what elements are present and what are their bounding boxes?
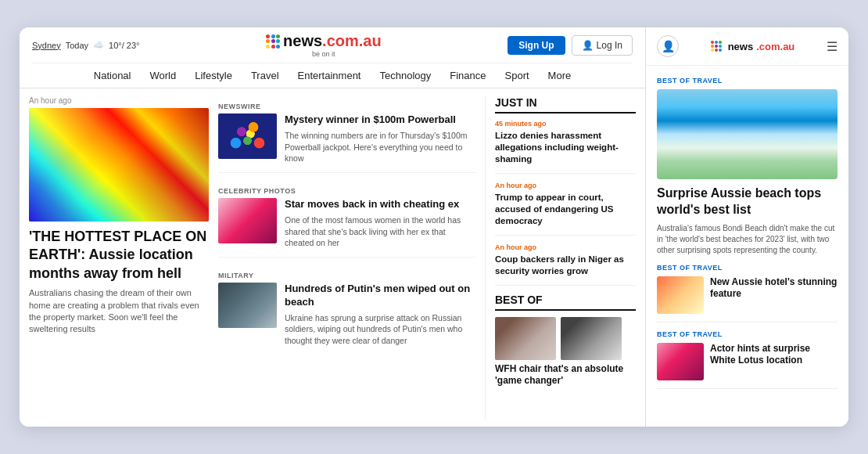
side-beach-image[interactable]: [657, 89, 838, 179]
wfh-thumb-1: [495, 317, 556, 360]
main-article-time: An hour ago: [29, 96, 209, 105]
side-article-hotel: New Aussie hotel's stunning feature: [657, 276, 838, 322]
weather-date: Today: [66, 41, 88, 50]
nav-item-entertainment[interactable]: Entertainment: [298, 70, 361, 81]
site-header: Sydney Today ☁️ 10°/ 23°: [20, 27, 645, 88]
main-article-image: [29, 108, 209, 222]
dot-2: [271, 34, 275, 38]
just-in-title-1[interactable]: Lizzo denies harassment allegations incl…: [495, 130, 636, 165]
side-dot-8: [715, 49, 718, 52]
side-lotus-title[interactable]: Actor hints at surprise White Lotus loca…: [710, 343, 838, 367]
side-section-tag-2: BEST OF TRAVEL: [657, 264, 838, 272]
weather-info: Sydney Today ☁️ 10°/ 23°: [32, 40, 139, 50]
side-dot-3: [719, 41, 722, 44]
site-logo[interactable]: news .com.au be on it: [266, 32, 382, 58]
nav-item-sport[interactable]: Sport: [505, 70, 529, 81]
main-nav: National World Lifestyle Travel Entertai…: [32, 63, 633, 88]
side-logo-text: news: [728, 41, 754, 52]
article-text-powerball: Mystery winner in $100m Powerball The wi…: [285, 114, 475, 164]
dot-5: [271, 39, 275, 43]
side-panel: 👤 news .com.au ☰ BEST OF TRA: [645, 27, 848, 427]
side-panel-user-icon[interactable]: 👤: [657, 35, 679, 57]
best-of-header: BEST OF: [495, 294, 636, 311]
side-section-tag-1: BEST OF TRAVEL: [657, 77, 838, 85]
article-title-powerball[interactable]: Mystery winner in $100m Powerball: [285, 114, 475, 127]
side-main-desc: Australia's famous Bondi Beach didn't ma…: [657, 223, 838, 256]
header-top: Sydney Today ☁️ 10°/ 23°: [32, 32, 633, 63]
browser-window: Sydney Today ☁️ 10°/ 23°: [20, 27, 848, 427]
side-logo-dots: [711, 41, 722, 52]
nav-item-national[interactable]: National: [94, 70, 131, 81]
just-in-time-2: An hour ago: [495, 182, 636, 189]
login-label: Log In: [597, 40, 622, 51]
article-desc-military: Ukraine has sprung a surprise attack on …: [285, 312, 475, 347]
lotus-thumbnail: [657, 343, 704, 380]
article-row-military: Hundreds of Putin's men wiped out on bea…: [218, 283, 475, 355]
hamburger-menu-icon[interactable]: ☰: [827, 39, 838, 54]
side-panel-logo: news .com.au: [711, 41, 795, 52]
main-news-site: Sydney Today ☁️ 10°/ 23°: [20, 27, 645, 427]
nav-item-world[interactable]: World: [149, 70, 176, 81]
nav-item-technology[interactable]: Technology: [379, 70, 431, 81]
side-hotel-title[interactable]: New Aussie hotel's stunning feature: [710, 276, 838, 301]
article-title-star[interactable]: Star moves back in with cheating ex: [285, 198, 475, 211]
login-button[interactable]: 👤 Log In: [572, 35, 633, 56]
article-title-military[interactable]: Hundreds of Putin's men wiped out on bea…: [285, 283, 475, 309]
side-panel-content: BEST OF TRAVEL Surprise Aussie beach top…: [646, 66, 848, 427]
nav-item-finance[interactable]: Finance: [450, 70, 486, 81]
logo-text: news: [283, 32, 322, 50]
weather-icon: ☁️: [93, 40, 104, 50]
middle-column: NEWSWIRE Mystery winner in $100m Powerba…: [218, 96, 486, 419]
article-thumb-star: [218, 198, 277, 243]
article-row-powerball: Mystery winner in $100m Powerball The wi…: [218, 114, 475, 173]
section-label-newswire: NEWSWIRE: [218, 103, 475, 110]
side-dot-4: [711, 45, 714, 48]
main-article-description: Australians chasing the dream of their o…: [29, 287, 209, 336]
weather-city[interactable]: Sydney: [32, 41, 61, 50]
article-text-military: Hundreds of Putin's men wiped out on bea…: [285, 283, 475, 347]
side-dot-7: [711, 49, 714, 52]
side-panel-header: 👤 news .com.au ☰: [646, 27, 848, 66]
just-in-title-3[interactable]: Coup backers rally in Niger as security …: [495, 254, 636, 277]
nav-item-lifestyle[interactable]: Lifestyle: [195, 70, 232, 81]
header-actions: Sign Up 👤 Log In: [508, 35, 633, 56]
side-section-tag-3: BEST OF TRAVEL: [657, 330, 838, 338]
powerball-image: [218, 114, 277, 159]
nav-item-travel[interactable]: Travel: [251, 70, 279, 81]
dot-6: [276, 39, 280, 43]
side-dot-6: [719, 45, 722, 48]
just-in-time-1: 45 minutes ago: [495, 120, 636, 128]
side-dot-5: [715, 45, 718, 48]
military-image: [218, 283, 277, 328]
user-icon: 👤: [582, 40, 594, 51]
logo-tagline: be on it: [312, 50, 335, 58]
side-article-lotus: Actor hints at surprise White Lotus loca…: [657, 343, 838, 389]
article-text-star: Star moves back in with cheating ex One …: [285, 198, 475, 249]
article-desc-powerball: The winning numbers are in for Thursday'…: [285, 130, 475, 164]
nav-item-more[interactable]: More: [548, 70, 572, 81]
main-article-title[interactable]: 'THE HOTTEST PLACE ON EARTH': Aussie loc…: [29, 228, 209, 283]
side-dot-9: [719, 49, 722, 52]
best-of-title-wfh[interactable]: WFH chair that's an absolute 'game chang…: [495, 363, 636, 387]
section-label-military: MILITARY: [218, 272, 475, 279]
thermal-image-overlay: [29, 108, 209, 222]
side-dot-2: [715, 41, 718, 44]
article-row-star: Star moves back in with cheating ex One …: [218, 198, 475, 258]
just-in-item-3: An hour ago Coup backers rally in Niger …: [495, 243, 636, 286]
right-column: JUST IN 45 minutes ago Lizzo denies hara…: [495, 96, 636, 419]
left-column: An hour ago 'THE HOTTEST PLACE ON EARTH'…: [29, 96, 209, 419]
content-area: An hour ago 'THE HOTTEST PLACE ON EARTH'…: [20, 88, 645, 427]
dot-4: [266, 39, 270, 43]
dot-3: [276, 34, 280, 38]
signup-button[interactable]: Sign Up: [508, 36, 565, 55]
best-of-item-wfh: [495, 317, 636, 360]
dot-8: [271, 45, 275, 49]
just-in-time-3: An hour ago: [495, 243, 636, 251]
just-in-header: JUST IN: [495, 96, 636, 114]
star-image: [218, 198, 277, 243]
article-desc-star: One of the most famous women in the worl…: [285, 214, 475, 249]
side-main-title[interactable]: Surprise Aussie beach tops world's best …: [657, 186, 838, 218]
dot-7: [266, 45, 270, 49]
logo-domain: .com.au: [322, 32, 382, 50]
just-in-title-2[interactable]: Trump to appear in court, accused of end…: [495, 192, 636, 227]
